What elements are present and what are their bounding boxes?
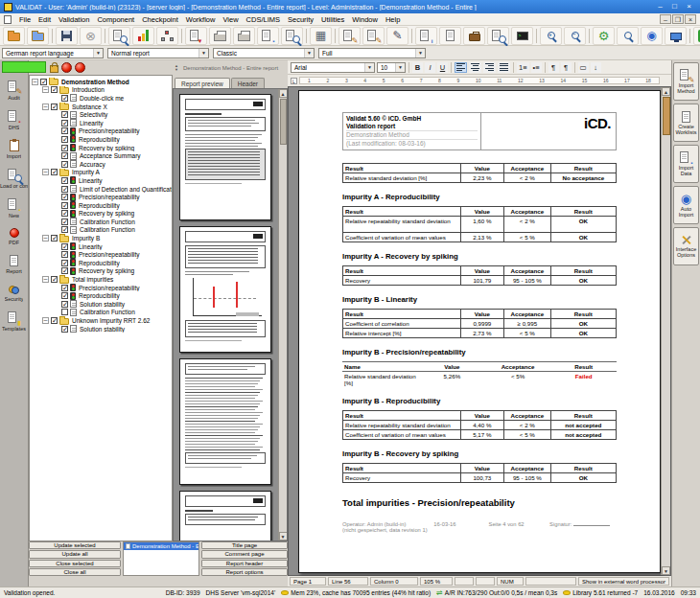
close-validation-button[interactable]: ⊗ [80, 27, 102, 45]
tree-item[interactable]: Recovery by spiking [30, 267, 172, 276]
tree-item[interactable]: –Substance X [30, 103, 172, 111]
tree-item[interactable]: Calibration Function [30, 309, 172, 317]
menu-validation[interactable]: Validation [55, 15, 93, 24]
tab-header[interactable]: Header [231, 78, 265, 88]
expand-collapse-icon[interactable]: – [42, 169, 49, 175]
sidebar-item-pdf[interactable]: PDF [0, 224, 28, 251]
tree-item[interactable]: Recovery by spiking [30, 144, 172, 152]
tree-item[interactable]: Linearity [30, 242, 172, 251]
expand-collapse-icon[interactable]: – [42, 86, 49, 93]
tree-item[interactable]: Calibration Function [30, 226, 172, 235]
open-report-list[interactable]: Demonstration Method - Entire report [123, 541, 199, 576]
tree-item[interactable]: –Total impurities [30, 275, 172, 284]
menu-edit[interactable]: Edit [35, 15, 55, 24]
menu-workflow[interactable]: Workflow [182, 15, 220, 24]
zoom-in-button[interactable]: + [540, 27, 562, 45]
console-button[interactable] [511, 27, 533, 45]
scroll-down-icon[interactable]: ▼ [662, 566, 670, 575]
tree-item[interactable]: Recovery by spiking [30, 210, 172, 218]
report-preview-button[interactable] [108, 27, 130, 45]
font-size-select[interactable]: 10 ▼ [377, 62, 406, 73]
edit-report-button[interactable]: ✎ [338, 27, 361, 45]
close-button[interactable]: × [682, 2, 696, 12]
menu-checkpoint[interactable]: Checkpoint [138, 15, 182, 24]
tree-item[interactable]: –Impurity B [30, 234, 172, 242]
tree-item[interactable]: –Impurity A [30, 169, 172, 177]
tree-item[interactable]: Accuracy [30, 160, 172, 169]
tree-item[interactable]: Precision/repeatability [30, 250, 172, 259]
mdi-restore-button[interactable]: ❐ [672, 14, 684, 24]
tree-item[interactable]: –Unknown Impurity RRT 2.62 [30, 316, 172, 325]
tree-item[interactable]: Linearity [30, 176, 172, 185]
sidebar-item-templates[interactable]: ▮Templates [0, 308, 28, 337]
external-word-processor-button[interactable]: Show in external word processor [578, 577, 669, 586]
screen-save-button[interactable] [665, 27, 687, 45]
tree-item[interactable]: Solution stability [30, 325, 172, 334]
menu-security[interactable]: Security [284, 15, 317, 24]
checkbox[interactable] [61, 186, 68, 193]
checkbox[interactable] [61, 95, 68, 102]
scroll-up-icon[interactable]: ▲ [279, 89, 288, 98]
menu-help[interactable]: Help [382, 15, 404, 24]
checkbox[interactable] [61, 260, 68, 266]
checkbox[interactable] [61, 226, 68, 233]
expand-collapse-icon[interactable]: – [42, 235, 49, 242]
sidebar-item-interface-options[interactable]: Interface Options [673, 227, 699, 265]
checkbox[interactable] [61, 202, 68, 209]
checkbox[interactable] [61, 161, 68, 168]
tree-item[interactable]: Reproducibility [30, 259, 172, 267]
tree-item[interactable]: Selectivity [30, 110, 172, 119]
checkbox[interactable] [61, 243, 68, 250]
record-red-button-2[interactable] [75, 62, 85, 73]
numbered-list-button[interactable]: 1≡ [517, 62, 529, 73]
checkbox[interactable] [51, 104, 58, 110]
checkbox[interactable] [61, 210, 68, 217]
align-justify-button[interactable] [498, 62, 510, 73]
list-item-selected[interactable]: Demonstration Method - Entire report [124, 542, 198, 550]
checkbox[interactable] [61, 218, 68, 225]
checkbox[interactable] [61, 177, 68, 184]
checkbox[interactable] [61, 136, 68, 143]
close-all-button[interactable]: Close all [29, 568, 121, 576]
menu-view[interactable]: View [219, 15, 242, 24]
tree-item[interactable]: Double-click me [30, 94, 172, 103]
menu-component[interactable]: Component [93, 15, 138, 24]
checkbox[interactable] [61, 292, 68, 299]
underline-button[interactable]: U [437, 62, 448, 73]
print-button[interactable] [209, 27, 231, 45]
pdf-export-button[interactable]: ▼ [185, 27, 207, 45]
report-type-select[interactable]: Normal report ▼ [107, 48, 209, 58]
checkbox[interactable] [61, 194, 68, 200]
tree-item[interactable]: Precision/repeatability [30, 284, 172, 292]
signature-button[interactable]: ✎ [386, 27, 408, 45]
checkbox[interactable] [61, 301, 68, 308]
page-thumbnail-page-2[interactable] [179, 226, 271, 353]
workflow-button[interactable] [156, 27, 178, 45]
scroll-up-icon[interactable]: ▲ [662, 87, 670, 96]
sidebar-item-new[interactable]: ▪New [0, 195, 28, 224]
tree-item[interactable]: Precision/repeatability [30, 193, 172, 201]
search-document-button[interactable] [487, 27, 509, 45]
align-right-button[interactable] [483, 62, 496, 73]
checkbox[interactable] [51, 317, 58, 324]
maximize-button[interactable]: □ [667, 2, 682, 12]
checkbox[interactable] [51, 86, 58, 93]
tree-item[interactable]: Acceptance Summary [30, 151, 172, 160]
web-options-button[interactable]: ◉ [641, 27, 663, 45]
spinner-control[interactable]: ▲▼ [175, 64, 181, 71]
print-preview-button[interactable] [233, 27, 255, 45]
paragraph-reverse-button[interactable]: ¶ [561, 62, 572, 73]
briefcase-button[interactable] [463, 27, 485, 45]
tree-item[interactable]: Linearity [30, 119, 172, 127]
column-break-button[interactable]: ↓ [591, 62, 601, 73]
menu-utilities[interactable]: Utilities [317, 15, 348, 24]
report-options-button[interactable]: Report options [201, 568, 288, 576]
update-all-button[interactable]: Update all [29, 550, 121, 558]
checkbox[interactable] [61, 127, 68, 134]
report-language-select[interactable]: German report language ▼ [2, 48, 104, 58]
checkbox[interactable] [61, 285, 68, 291]
tab-report-preview[interactable]: Report preview [175, 78, 230, 88]
paragraph-button[interactable]: ¶ [548, 62, 559, 73]
tree-item[interactable]: Reproducibility [30, 201, 172, 210]
save-button[interactable] [56, 27, 78, 45]
